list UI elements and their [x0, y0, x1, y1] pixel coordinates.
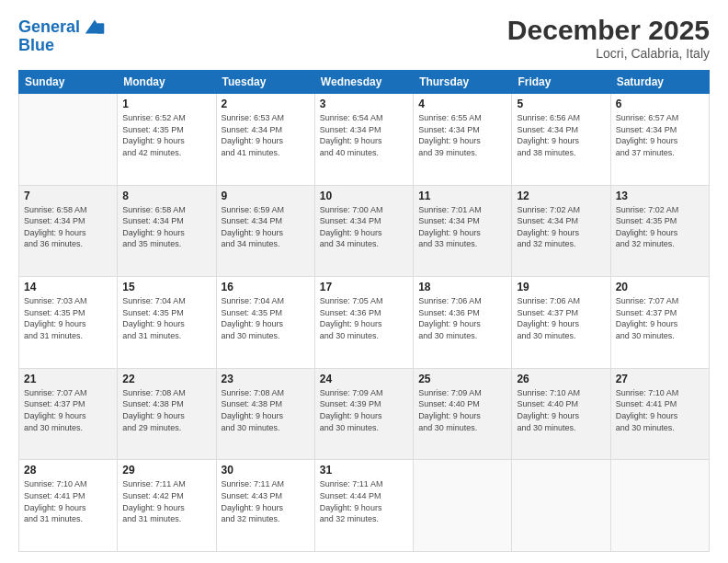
table-row: 3Sunrise: 6:54 AM Sunset: 4:34 PM Daylig… — [314, 94, 413, 186]
day-number: 2 — [222, 98, 310, 110]
col-saturday: Saturday — [610, 71, 709, 94]
day-info: Sunrise: 7:05 AM Sunset: 4:36 PM Dayligh… — [320, 295, 408, 341]
day-info: Sunrise: 6:55 AM Sunset: 4:34 PM Dayligh… — [418, 112, 506, 158]
header: General Blue December 2025 Locri, Calabr… — [18, 15, 710, 61]
col-monday: Monday — [118, 71, 216, 94]
day-number: 23 — [222, 373, 310, 385]
table-row: 26Sunrise: 7:10 AM Sunset: 4:40 PM Dayli… — [512, 368, 610, 460]
day-info: Sunrise: 7:07 AM Sunset: 4:37 PM Dayligh… — [616, 295, 704, 341]
day-info: Sunrise: 6:52 AM Sunset: 4:35 PM Dayligh… — [122, 112, 210, 158]
table-row: 5Sunrise: 6:56 AM Sunset: 4:34 PM Daylig… — [512, 94, 610, 186]
day-number: 22 — [122, 373, 210, 385]
day-info: Sunrise: 7:10 AM Sunset: 4:40 PM Dayligh… — [517, 387, 605, 433]
day-number: 6 — [616, 98, 704, 110]
day-number: 11 — [418, 190, 506, 202]
day-info: Sunrise: 6:56 AM Sunset: 4:34 PM Dayligh… — [517, 112, 605, 158]
day-info: Sunrise: 6:58 AM Sunset: 4:34 PM Dayligh… — [24, 204, 112, 250]
day-info: Sunrise: 7:11 AM Sunset: 4:43 PM Dayligh… — [222, 478, 310, 524]
day-number: 17 — [320, 281, 408, 293]
col-friday: Friday — [512, 71, 610, 94]
calendar-header-row: Sunday Monday Tuesday Wednesday Thursday… — [19, 71, 710, 94]
table-row: 25Sunrise: 7:09 AM Sunset: 4:40 PM Dayli… — [414, 368, 512, 460]
day-number: 15 — [122, 281, 210, 293]
day-info: Sunrise: 7:10 AM Sunset: 4:41 PM Dayligh… — [616, 387, 704, 433]
day-info: Sunrise: 7:08 AM Sunset: 4:38 PM Dayligh… — [122, 387, 210, 433]
logo-text-blue: Blue — [18, 37, 54, 55]
day-info: Sunrise: 6:58 AM Sunset: 4:34 PM Dayligh… — [122, 204, 210, 250]
day-info: Sunrise: 7:04 AM Sunset: 4:35 PM Dayligh… — [122, 295, 210, 341]
day-number: 12 — [517, 190, 605, 202]
table-row: 4Sunrise: 6:55 AM Sunset: 4:34 PM Daylig… — [414, 94, 512, 186]
table-row: 14Sunrise: 7:03 AM Sunset: 4:35 PM Dayli… — [19, 277, 118, 369]
day-info: Sunrise: 7:01 AM Sunset: 4:34 PM Dayligh… — [418, 204, 506, 250]
logo: General Blue — [18, 15, 108, 55]
day-number: 25 — [418, 373, 506, 385]
month-title: December 2025 — [507, 15, 710, 46]
day-info: Sunrise: 7:04 AM Sunset: 4:35 PM Dayligh… — [222, 295, 310, 341]
svg-rect-1 — [97, 23, 104, 33]
day-number: 29 — [122, 464, 210, 477]
calendar-week-row: 14Sunrise: 7:03 AM Sunset: 4:35 PM Dayli… — [19, 277, 710, 369]
day-number: 28 — [24, 464, 112, 477]
day-info: Sunrise: 7:06 AM Sunset: 4:36 PM Dayligh… — [418, 295, 506, 341]
table-row: 29Sunrise: 7:11 AM Sunset: 4:42 PM Dayli… — [118, 460, 216, 552]
day-number: 19 — [517, 281, 605, 293]
table-row: 20Sunrise: 7:07 AM Sunset: 4:37 PM Dayli… — [610, 277, 709, 369]
table-row — [414, 460, 512, 552]
day-number: 24 — [320, 373, 408, 385]
table-row: 22Sunrise: 7:08 AM Sunset: 4:38 PM Dayli… — [118, 368, 216, 460]
day-number: 26 — [517, 373, 605, 385]
day-number: 18 — [418, 281, 506, 293]
day-info: Sunrise: 7:02 AM Sunset: 4:34 PM Dayligh… — [517, 204, 605, 250]
day-number: 9 — [222, 190, 310, 202]
day-number: 3 — [320, 98, 408, 110]
day-number: 10 — [320, 190, 408, 202]
day-info: Sunrise: 6:54 AM Sunset: 4:34 PM Dayligh… — [320, 112, 408, 158]
day-number: 20 — [616, 281, 704, 293]
table-row: 15Sunrise: 7:04 AM Sunset: 4:35 PM Dayli… — [118, 277, 216, 369]
day-info: Sunrise: 7:02 AM Sunset: 4:35 PM Dayligh… — [616, 204, 704, 250]
title-block: December 2025 Locri, Calabria, Italy — [507, 15, 710, 61]
table-row: 27Sunrise: 7:10 AM Sunset: 4:41 PM Dayli… — [610, 368, 709, 460]
table-row: 28Sunrise: 7:10 AM Sunset: 4:41 PM Dayli… — [19, 460, 118, 552]
day-info: Sunrise: 7:09 AM Sunset: 4:39 PM Dayligh… — [320, 387, 408, 433]
table-row: 21Sunrise: 7:07 AM Sunset: 4:37 PM Dayli… — [19, 368, 118, 460]
calendar-week-row: 28Sunrise: 7:10 AM Sunset: 4:41 PM Dayli… — [19, 460, 710, 552]
table-row: 24Sunrise: 7:09 AM Sunset: 4:39 PM Dayli… — [314, 368, 413, 460]
table-row: 13Sunrise: 7:02 AM Sunset: 4:35 PM Dayli… — [610, 185, 709, 277]
logo-text-general: General — [18, 18, 80, 37]
day-info: Sunrise: 7:06 AM Sunset: 4:37 PM Dayligh… — [517, 295, 605, 341]
table-row: 2Sunrise: 6:53 AM Sunset: 4:34 PM Daylig… — [216, 94, 314, 186]
day-number: 14 — [24, 281, 112, 293]
col-wednesday: Wednesday — [314, 71, 413, 94]
calendar-week-row: 1Sunrise: 6:52 AM Sunset: 4:35 PM Daylig… — [19, 94, 710, 186]
table-row: 7Sunrise: 6:58 AM Sunset: 4:34 PM Daylig… — [19, 185, 118, 277]
calendar-table: Sunday Monday Tuesday Wednesday Thursday… — [18, 70, 710, 552]
table-row — [512, 460, 610, 552]
table-row — [610, 460, 709, 552]
day-info: Sunrise: 7:11 AM Sunset: 4:44 PM Dayligh… — [320, 478, 408, 524]
location: Locri, Calabria, Italy — [507, 46, 710, 61]
day-info: Sunrise: 7:11 AM Sunset: 4:42 PM Dayligh… — [122, 478, 210, 524]
col-thursday: Thursday — [414, 71, 512, 94]
day-number: 1 — [122, 98, 210, 110]
table-row: 6Sunrise: 6:57 AM Sunset: 4:34 PM Daylig… — [610, 94, 709, 186]
table-row: 10Sunrise: 7:00 AM Sunset: 4:34 PM Dayli… — [314, 185, 413, 277]
logo-icon — [82, 15, 108, 40]
day-info: Sunrise: 6:57 AM Sunset: 4:34 PM Dayligh… — [616, 112, 704, 158]
day-info: Sunrise: 7:03 AM Sunset: 4:35 PM Dayligh… — [24, 295, 112, 341]
day-info: Sunrise: 7:10 AM Sunset: 4:41 PM Dayligh… — [24, 478, 112, 524]
page: General Blue December 2025 Locri, Calabr… — [0, 0, 728, 563]
table-row: 1Sunrise: 6:52 AM Sunset: 4:35 PM Daylig… — [118, 94, 216, 186]
table-row — [19, 94, 118, 186]
day-number: 5 — [517, 98, 605, 110]
table-row: 8Sunrise: 6:58 AM Sunset: 4:34 PM Daylig… — [118, 185, 216, 277]
calendar-week-row: 21Sunrise: 7:07 AM Sunset: 4:37 PM Dayli… — [19, 368, 710, 460]
day-info: Sunrise: 6:59 AM Sunset: 4:34 PM Dayligh… — [222, 204, 310, 250]
calendar-week-row: 7Sunrise: 6:58 AM Sunset: 4:34 PM Daylig… — [19, 185, 710, 277]
table-row: 18Sunrise: 7:06 AM Sunset: 4:36 PM Dayli… — [414, 277, 512, 369]
table-row: 12Sunrise: 7:02 AM Sunset: 4:34 PM Dayli… — [512, 185, 610, 277]
table-row: 9Sunrise: 6:59 AM Sunset: 4:34 PM Daylig… — [216, 185, 314, 277]
day-number: 30 — [222, 464, 310, 477]
day-info: Sunrise: 6:53 AM Sunset: 4:34 PM Dayligh… — [222, 112, 310, 158]
